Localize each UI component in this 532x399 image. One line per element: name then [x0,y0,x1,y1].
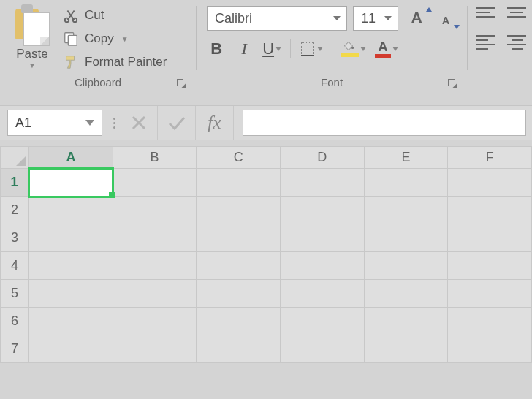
cell[interactable] [29,224,113,252]
cancel-formula-button[interactable] [120,106,158,140]
formula-input[interactable] [243,110,526,136]
font-color-button[interactable]: A [375,38,398,60]
column-header[interactable]: E [364,147,448,169]
cell[interactable] [113,197,197,224]
font-size-dropdown[interactable]: 11 [353,6,398,31]
cell[interactable] [197,197,281,224]
font-dialog-launcher[interactable] [446,77,457,88]
cell[interactable] [113,224,197,252]
chevron-down-icon: ▼ [28,61,36,69]
cell[interactable] [364,197,448,224]
row-header[interactable]: 6 [1,308,29,335]
row-header[interactable]: 5 [1,280,29,308]
cell[interactable] [197,280,281,308]
column-header[interactable]: D [281,147,365,169]
chevron-down-icon[interactable] [360,47,366,51]
align-top-button[interactable] [476,7,497,23]
cell[interactable] [448,308,532,335]
svg-point-0 [65,18,69,22]
cell[interactable] [197,335,281,363]
cell[interactable] [281,335,365,363]
font-group: Calibri 11 A A B I U [201,3,463,92]
cell[interactable] [364,224,448,252]
copy-button[interactable]: Copy ▼ [60,29,170,48]
cell[interactable] [113,280,197,308]
cell[interactable] [113,335,197,363]
cell[interactable] [281,252,365,280]
cell[interactable] [281,197,365,224]
chevron-down-icon[interactable] [276,47,281,51]
fill-color-button[interactable] [341,38,366,60]
check-icon [167,115,186,131]
cell[interactable] [113,169,197,197]
triangle-down-icon [454,25,460,29]
row-header[interactable]: 1 [1,169,29,197]
separator [290,39,291,58]
align-middle-button[interactable] [507,7,528,23]
cell[interactable] [448,280,532,308]
column-header[interactable]: B [113,147,197,169]
cell[interactable] [29,308,113,335]
align-left-button[interactable] [476,35,497,51]
cell[interactable] [281,169,365,197]
column-header[interactable]: F [448,147,532,169]
cell[interactable] [448,335,532,363]
cell[interactable] [197,169,281,197]
cell[interactable] [364,280,448,308]
select-all-corner[interactable] [1,147,29,169]
chevron-down-icon[interactable] [317,47,323,51]
cell[interactable] [29,252,113,280]
bucket-icon [341,41,359,57]
cell[interactable] [448,224,532,252]
row-header[interactable]: 3 [1,224,29,252]
column-header[interactable]: A [29,147,113,169]
row-header[interactable]: 7 [1,335,29,363]
column-header[interactable]: C [197,147,281,169]
cell[interactable] [448,197,532,224]
cell[interactable] [113,252,197,280]
formula-bar: A1 fx [0,105,532,140]
enter-formula-button[interactable] [158,106,196,140]
cell[interactable] [448,252,532,280]
cell[interactable] [29,280,113,308]
cut-button[interactable]: Cut [60,6,170,25]
svg-point-1 [73,18,77,22]
cell[interactable] [281,280,365,308]
format-painter-button[interactable]: Format Painter [60,53,170,72]
group-separator [196,6,197,70]
row-header[interactable]: 2 [1,197,29,224]
cell[interactable] [448,169,532,197]
paste-icon [15,4,49,45]
decrease-font-size-button[interactable]: A [435,9,457,28]
cell[interactable] [197,308,281,335]
cell[interactable] [197,224,281,252]
spreadsheet-grid[interactable]: A B C D E F 1 2 3 4 5 6 7 [0,146,532,363]
cell[interactable] [281,224,365,252]
clipboard-dialog-launcher[interactable] [175,77,186,88]
chevron-down-icon[interactable] [392,47,398,51]
row-header[interactable]: 4 [1,252,29,280]
underline-button[interactable]: U [262,38,281,60]
bold-button[interactable]: B [207,38,226,60]
align-center-button[interactable] [507,35,528,51]
borders-button[interactable] [300,38,323,60]
formula-bar-grip[interactable] [113,118,115,129]
cell[interactable] [29,197,113,224]
italic-button[interactable]: I [235,38,254,60]
cell[interactable] [281,308,365,335]
cell[interactable] [197,252,281,280]
cell[interactable] [29,335,113,363]
cell[interactable] [364,335,448,363]
name-box[interactable]: A1 [7,110,102,136]
cell[interactable] [364,169,448,197]
cell[interactable] [113,308,197,335]
insert-function-button[interactable]: fx [196,106,234,140]
font-name-dropdown[interactable]: Calibri [207,6,347,31]
chevron-down-icon[interactable]: ▼ [121,35,129,43]
paste-button[interactable]: Paste ▼ [9,3,56,69]
cell[interactable] [364,252,448,280]
cell[interactable] [29,169,113,197]
separator [332,39,332,58]
increase-font-size-button[interactable]: A [404,9,429,28]
cell[interactable] [364,308,448,335]
